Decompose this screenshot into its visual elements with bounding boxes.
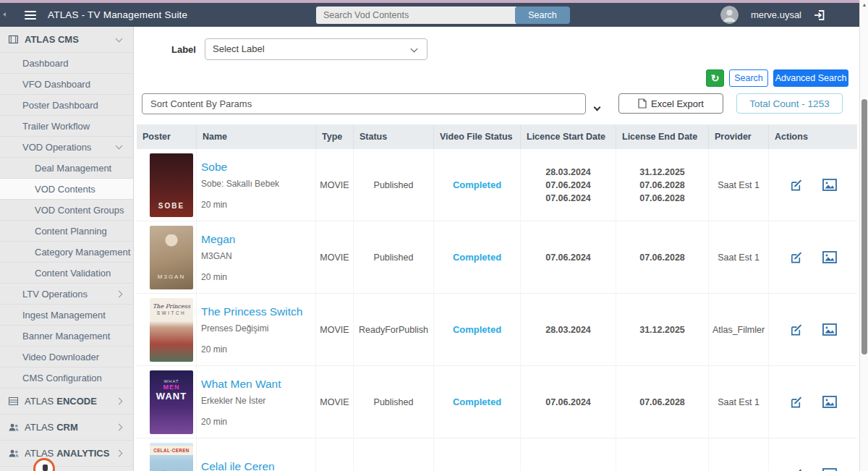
app-header: ATLAS - TV Management Suite Search merve… <box>0 3 859 27</box>
license-end-dates: 07.06.2028 <box>616 221 709 293</box>
sidebar-item-atlas-crm[interactable]: ATLASCRM <box>0 415 133 441</box>
chevron-right-icon <box>116 424 123 431</box>
menu-hamburger-icon[interactable] <box>25 9 39 20</box>
sidebar-item-video-downloader[interactable]: Video Downloader <box>0 347 133 368</box>
edit-icon[interactable] <box>790 395 804 409</box>
header-search-button[interactable]: Search <box>515 7 570 24</box>
poster-thumbnail[interactable]: M3GAN <box>150 226 193 289</box>
label-filter-row: Label Select Label <box>134 38 859 60</box>
image-icon[interactable] <box>822 468 837 471</box>
advanced-search-button[interactable]: Advanced Search <box>773 69 848 87</box>
table-row: SOBE Sobe Sobe: Sakallı Bebek 20 min MOV… <box>137 149 857 221</box>
sidebar-item-atlas-encode[interactable]: ATLASENCODE <box>0 389 133 415</box>
avatar[interactable] <box>720 6 739 24</box>
edit-icon[interactable] <box>790 178 804 192</box>
sidebar-item-poster-dashboard[interactable]: Poster Dashboard <box>0 95 133 116</box>
licence-start-dates: 28.03.2024 <box>521 294 616 365</box>
sidebar-item-atlas-analytics[interactable]: ATLASANALYTICS <box>0 441 133 467</box>
table-row: CELAL·CEREN Celal ile Ceren Celal and Ce… <box>137 438 857 471</box>
page-scrollbar[interactable]: ▲ <box>859 0 868 471</box>
sidebar-item-ltv-operations[interactable]: LTV Operations <box>0 284 133 305</box>
license-end-dates: 31.12.2025 <box>616 294 709 365</box>
video-file-status: Completed <box>453 252 501 263</box>
top-accent-strip <box>0 0 868 3</box>
sidebar-item-vod-operations[interactable]: VOD Operations <box>0 137 133 158</box>
total-count-badge: Total Count - 1253 <box>736 93 843 114</box>
sidebar-item-vod-contents[interactable]: VOD Contents <box>0 179 133 200</box>
image-icon[interactable] <box>822 396 837 408</box>
sidebar-item-deal-management[interactable]: Deal Management <box>0 158 133 179</box>
poster-thumbnail[interactable]: WHATMENWANT <box>150 370 193 434</box>
scroll-up-arrow[interactable]: ▲ <box>861 2 867 7</box>
edit-icon[interactable] <box>790 323 804 336</box>
logout-icon[interactable] <box>814 9 827 21</box>
sidebar-item-banner-management[interactable]: Banner Management <box>0 326 133 347</box>
users-icon <box>9 449 20 457</box>
image-icon[interactable] <box>822 179 837 191</box>
header-search: Search <box>316 7 570 24</box>
licence-start-dates: 28.03.2024 07.06.2024 07.06.2024 <box>521 149 616 221</box>
collapse-caret-icon[interactable] <box>3 12 6 17</box>
video-file-status: Completed <box>453 396 501 407</box>
content-title-link[interactable]: What Men Want <box>201 378 281 391</box>
sidebar-item-cms-configuration[interactable]: CMS Configuration <box>0 368 133 389</box>
username[interactable]: merve.uysal <box>751 9 801 20</box>
licence-start-dates: 07.06.2024 <box>521 366 616 438</box>
search-buttons-row: ↻ Search Advanced Search <box>134 69 859 87</box>
sidebar-item-vfo-dashboard[interactable]: VFO Dashboard <box>0 74 133 95</box>
image-icon[interactable] <box>822 323 837 336</box>
excel-export-button[interactable]: Excel Export <box>618 93 723 114</box>
sidebar-item-ingest-management[interactable]: Ingest Management <box>0 305 133 326</box>
vod-contents-table: Poster Name Type Status Video File Statu… <box>137 124 857 471</box>
license-end-dates: 07.06.2028 <box>616 366 709 438</box>
sidebar-item-dashboard[interactable]: Dashboard <box>0 53 133 74</box>
sidebar-item-atlas-cms[interactable]: ATLAS CMS <box>0 27 133 53</box>
content-title-link[interactable]: Sobe <box>201 161 227 174</box>
label-select[interactable]: Select Label <box>205 38 427 60</box>
sidebar-item-vod-content-groups[interactable]: VOD Content Groups <box>0 200 133 221</box>
poster-thumbnail[interactable]: CELAL·CEREN <box>150 443 193 471</box>
license-end-dates: 31.12.2025 <box>616 438 709 471</box>
video-file-status: Completed <box>453 324 501 335</box>
scrollbar-thumb[interactable] <box>861 99 867 355</box>
label-caption: Label <box>171 44 196 55</box>
sort-select[interactable]: Sort Content By Params <box>142 93 586 114</box>
table-row: The PrincessSWITCH The Princess Switch P… <box>137 294 857 366</box>
chevron-right-icon <box>116 450 123 457</box>
refresh-button[interactable]: ↻ <box>706 69 724 87</box>
license-end-dates: 31.12.2025 07.06.2028 07.06.2028 <box>616 149 709 221</box>
poster-thumbnail[interactable]: The PrincessSWITCH <box>150 298 193 362</box>
sort-export-row: Sort Content By Params Excel Export Tota… <box>134 93 859 114</box>
users-icon <box>9 423 20 431</box>
app-title: ATLAS - TV Management Suite <box>48 9 187 20</box>
licence-start-dates: 28.03.2024 <box>521 438 616 471</box>
chevron-right-icon <box>116 290 123 297</box>
image-icon[interactable] <box>822 251 837 263</box>
table-row: WHATMENWANT What Men Want Erkekler Ne İs… <box>137 366 857 438</box>
chevron-down-icon <box>116 143 123 150</box>
document-icon <box>638 98 647 109</box>
table-row: M3GAN Megan M3GAN 20 min MOVIE Published… <box>137 221 857 294</box>
chevron-down-icon <box>116 35 123 42</box>
main-content: Label Select Label ↻ Search Advanced Sea… <box>134 27 859 471</box>
video-file-status: Completed <box>453 179 501 190</box>
sidebar-item-category-management[interactable]: Category Management <box>0 242 133 263</box>
sidebar: ATLAS CMS Dashboard VFO Dashboard Poster… <box>0 27 134 471</box>
header-user-area: merve.uysal <box>720 3 827 27</box>
vod-search-input[interactable] <box>316 7 516 24</box>
film-icon <box>9 35 20 43</box>
sidebar-item-trailer-workflow[interactable]: Trailer Workflow <box>0 116 133 137</box>
content-title-link[interactable]: Celal ile Ceren <box>201 460 275 471</box>
sort-chevron-toggle[interactable] <box>589 100 605 113</box>
edit-icon[interactable] <box>790 250 804 264</box>
search-button[interactable]: Search <box>729 69 768 87</box>
content-title-link[interactable]: Megan <box>201 233 235 246</box>
sidebar-item-content-planning[interactable]: Content Planning <box>0 221 133 242</box>
content-title-link[interactable]: The Princess Switch <box>201 305 302 318</box>
encode-icon <box>9 397 20 405</box>
table-header-row: Poster Name Type Status Video File Statu… <box>137 124 857 149</box>
poster-thumbnail[interactable]: SOBE <box>150 153 193 217</box>
edit-icon[interactable] <box>790 467 804 471</box>
licence-start-dates: 07.06.2024 <box>521 221 616 293</box>
sidebar-item-content-validation[interactable]: Content Validation <box>0 263 133 284</box>
